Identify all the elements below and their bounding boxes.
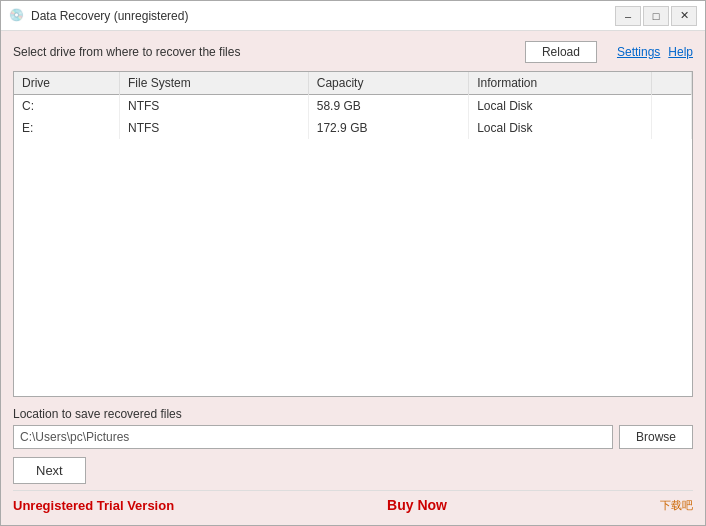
buy-now-link[interactable]: Buy Now — [387, 497, 447, 513]
main-window: 💿 Data Recovery (unregistered) – □ ✕ Sel… — [0, 0, 706, 526]
drive-table: Drive File System Capacity Information C… — [14, 72, 692, 139]
titlebar: 💿 Data Recovery (unregistered) – □ ✕ — [1, 1, 705, 31]
col-information: Information — [469, 72, 652, 95]
cell-capacity: 172.9 GB — [308, 117, 468, 139]
table-row[interactable]: E: NTFS 172.9 GB Local Disk — [14, 117, 692, 139]
cell-filesystem: NTFS — [119, 95, 308, 118]
cell-filesystem: NTFS — [119, 117, 308, 139]
table-body: C: NTFS 58.9 GB Local Disk E: NTFS 172.9… — [14, 95, 692, 140]
cell-info: Local Disk — [469, 95, 652, 118]
top-bar: Select drive from where to recover the f… — [13, 41, 693, 63]
cell-extra — [651, 117, 691, 139]
location-input[interactable] — [13, 425, 613, 449]
unregistered-label: Unregistered Trial Version — [13, 498, 174, 513]
cell-drive: E: — [14, 117, 119, 139]
browse-button[interactable]: Browse — [619, 425, 693, 449]
cell-info: Local Disk — [469, 117, 652, 139]
close-button[interactable]: ✕ — [671, 6, 697, 26]
table-row[interactable]: C: NTFS 58.9 GB Local Disk — [14, 95, 692, 118]
brand-logo: 下载吧 — [660, 498, 693, 513]
cell-extra — [651, 95, 691, 118]
reload-button[interactable]: Reload — [525, 41, 597, 63]
maximize-button[interactable]: □ — [643, 6, 669, 26]
col-drive: Drive — [14, 72, 119, 95]
help-link[interactable]: Help — [668, 45, 693, 59]
table-header: Drive File System Capacity Information — [14, 72, 692, 95]
next-button[interactable]: Next — [13, 457, 86, 484]
brand-row: Unregistered Trial Version Buy Now 下载吧 — [13, 490, 693, 515]
settings-link[interactable]: Settings — [617, 45, 660, 59]
footer-row: Next — [13, 457, 693, 490]
drive-table-container: Drive File System Capacity Information C… — [13, 71, 693, 397]
window-controls: – □ ✕ — [615, 6, 697, 26]
app-icon: 💿 — [9, 8, 25, 24]
col-filesystem: File System — [119, 72, 308, 95]
main-content: Select drive from where to recover the f… — [1, 31, 705, 525]
cell-capacity: 58.9 GB — [308, 95, 468, 118]
window-title: Data Recovery (unregistered) — [31, 9, 615, 23]
instruction-label: Select drive from where to recover the f… — [13, 45, 517, 59]
col-capacity: Capacity — [308, 72, 468, 95]
top-links: Settings Help — [597, 45, 693, 59]
location-row: Browse — [13, 425, 693, 449]
logo-text: 下载吧 — [660, 498, 693, 513]
col-extra — [651, 72, 691, 95]
location-label: Location to save recovered files — [13, 407, 693, 421]
bottom-section: Location to save recovered files Browse … — [13, 397, 693, 490]
cell-drive: C: — [14, 95, 119, 118]
minimize-button[interactable]: – — [615, 6, 641, 26]
